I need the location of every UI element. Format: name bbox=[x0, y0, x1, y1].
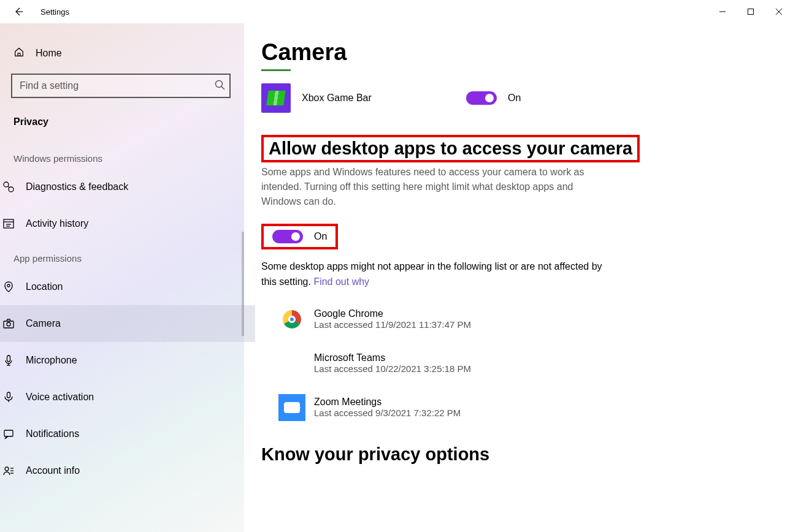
sidebar: Home Privacy Windows permissions Diagno bbox=[0, 23, 244, 532]
xbox-tile-icon bbox=[261, 83, 291, 113]
desktop-app-zoom: Zoom Meetings Last accessed 9/3/2021 7:3… bbox=[278, 394, 768, 421]
sidebar-item-label: Activity history bbox=[26, 218, 88, 229]
home-icon bbox=[13, 47, 25, 60]
note-text: Some desktop apps might not appear in th… bbox=[261, 259, 605, 290]
maximize-button[interactable] bbox=[737, 2, 765, 21]
window-title: Settings bbox=[40, 7, 69, 17]
section-heading-privacy-options: Know your privacy options bbox=[261, 444, 768, 465]
xbox-toggle[interactable] bbox=[466, 91, 497, 105]
svg-rect-19 bbox=[7, 392, 10, 398]
sidebar-item-notifications[interactable]: Notifications bbox=[0, 416, 255, 452]
svg-rect-21 bbox=[4, 430, 13, 436]
sidebar-heading: Privacy bbox=[11, 114, 233, 142]
svg-rect-1 bbox=[748, 9, 754, 15]
sidebar-item-label: Microphone bbox=[26, 355, 77, 366]
highlight-box-toggle: On bbox=[261, 224, 338, 249]
account-icon bbox=[2, 465, 15, 477]
app-entry-xbox: Xbox Game Bar On bbox=[261, 83, 768, 113]
svg-point-7 bbox=[9, 187, 13, 192]
desktop-app-teams: T Microsoft Teams Last accessed 10/22/20… bbox=[278, 350, 768, 377]
find-out-why-link[interactable]: Find out why bbox=[313, 276, 369, 287]
svg-point-13 bbox=[7, 284, 10, 287]
section-heading-desktop-apps: Allow desktop apps to access your camera bbox=[269, 139, 632, 158]
title-underline bbox=[261, 69, 291, 71]
svg-line-8 bbox=[8, 186, 9, 188]
group-windows-permissions: Windows permissions bbox=[11, 142, 233, 169]
app-name: Xbox Game Bar bbox=[302, 93, 455, 104]
desktop-app-name: Microsoft Teams bbox=[314, 352, 471, 363]
svg-point-4 bbox=[216, 81, 223, 88]
svg-rect-9 bbox=[4, 219, 13, 228]
minimize-button[interactable] bbox=[708, 2, 737, 21]
search-input[interactable] bbox=[11, 74, 231, 98]
xbox-toggle-state: On bbox=[508, 93, 521, 104]
svg-line-5 bbox=[221, 86, 224, 89]
titlebar: Settings bbox=[0, 0, 793, 23]
notifications-icon bbox=[2, 428, 15, 440]
teams-icon: T bbox=[278, 350, 305, 377]
desktop-app-sub: Last accessed 11/9/2021 11:37:47 PM bbox=[314, 319, 471, 330]
sidebar-item-label: Voice activation bbox=[26, 392, 94, 403]
desktop-apps-toggle-state: On bbox=[314, 231, 327, 242]
search-icon bbox=[215, 80, 226, 91]
camera-icon bbox=[2, 317, 15, 330]
sidebar-item-voice[interactable]: Voice activation bbox=[0, 379, 255, 416]
main-content: Camera Xbox Game Bar On Allow desktop ap… bbox=[244, 23, 793, 532]
sidebar-item-camera[interactable]: Camera bbox=[0, 305, 255, 342]
sidebar-item-activity[interactable]: Activity history bbox=[0, 205, 255, 242]
svg-point-22 bbox=[5, 467, 9, 471]
zoom-icon bbox=[278, 394, 305, 421]
desktop-app-name: Google Chrome bbox=[314, 308, 471, 319]
sidebar-item-label: Camera bbox=[26, 318, 61, 329]
group-app-permissions: App permissions bbox=[11, 242, 233, 268]
microphone-icon bbox=[2, 354, 15, 367]
location-icon bbox=[2, 281, 15, 293]
sidebar-home-label: Home bbox=[36, 48, 62, 59]
chrome-icon bbox=[278, 306, 305, 333]
desktop-apps-toggle[interactable] bbox=[272, 230, 303, 243]
diagnostics-icon bbox=[2, 181, 15, 193]
sidebar-item-location[interactable]: Location bbox=[0, 268, 255, 305]
desktop-app-chrome: Google Chrome Last accessed 11/9/2021 11… bbox=[278, 306, 768, 333]
sidebar-item-microphone[interactable]: Microphone bbox=[0, 342, 255, 379]
sidebar-home[interactable]: Home bbox=[11, 42, 233, 74]
sidebar-item-label: Account info bbox=[26, 465, 80, 476]
activity-icon bbox=[2, 218, 15, 230]
back-icon[interactable] bbox=[13, 7, 23, 17]
svg-rect-16 bbox=[7, 355, 10, 362]
note-prefix: Some desktop apps might not appear in th… bbox=[261, 261, 602, 287]
sidebar-item-diagnostics[interactable]: Diagnostics & feedback bbox=[0, 169, 255, 205]
svg-point-15 bbox=[7, 322, 10, 326]
desktop-app-name: Zoom Meetings bbox=[314, 397, 461, 408]
close-button[interactable] bbox=[765, 2, 793, 21]
desktop-app-sub: Last accessed 9/3/2021 7:32:22 PM bbox=[314, 408, 461, 418]
voice-icon bbox=[2, 391, 15, 403]
search-wrap bbox=[11, 74, 233, 98]
highlight-box-heading: Allow desktop apps to access your camera bbox=[261, 135, 640, 162]
section-desc: Some apps and Windows features need to a… bbox=[261, 165, 605, 209]
sidebar-item-account[interactable]: Account info bbox=[0, 452, 255, 489]
sidebar-item-label: Diagnostics & feedback bbox=[26, 181, 128, 192]
svg-point-6 bbox=[4, 182, 9, 187]
desktop-app-sub: Last accessed 10/22/2021 3:25:18 PM bbox=[314, 363, 471, 374]
sidebar-item-label: Notifications bbox=[26, 428, 79, 439]
page-title: Camera bbox=[261, 39, 768, 66]
sidebar-item-label: Location bbox=[26, 281, 63, 292]
